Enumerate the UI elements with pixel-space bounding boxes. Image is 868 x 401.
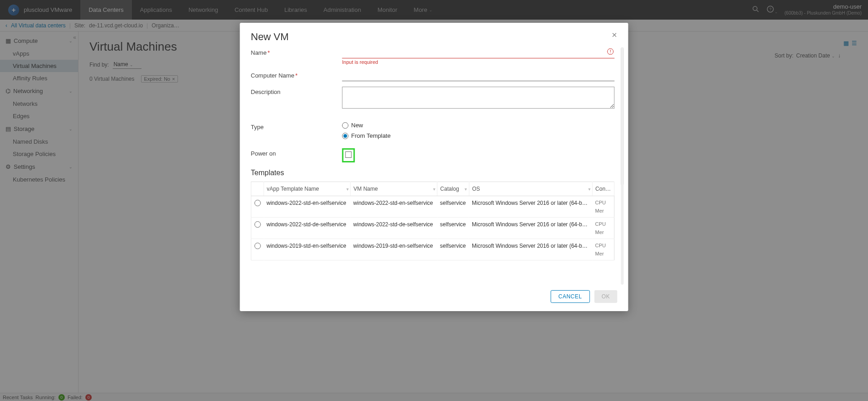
templates-table: vApp Template Name▾ VM Name▾ Catalog▾ OS… <box>251 182 615 260</box>
description-label: Description <box>251 89 281 95</box>
field-computer-name: Computer Name* <box>251 70 615 81</box>
type-label: Type <box>251 124 264 130</box>
cell-compute: CPUMer <box>592 239 614 260</box>
power-on-checkbox[interactable] <box>345 151 352 158</box>
row-radio[interactable] <box>254 200 261 206</box>
ok-button: OK <box>594 290 617 303</box>
cell-catalog: selfservice <box>437 218 469 239</box>
radio-label: New <box>351 122 363 129</box>
field-type: Type New From Template <box>251 122 615 143</box>
table-row[interactable]: windows-2019-std-en-selfservicewindows-2… <box>251 239 614 260</box>
radio-icon <box>342 122 349 129</box>
close-icon[interactable]: ✕ <box>612 31 617 39</box>
filter-icon[interactable]: ▾ <box>465 187 467 192</box>
name-input[interactable] <box>342 47 615 58</box>
cell-catalog: selfservice <box>437 196 469 218</box>
computer-name-input[interactable] <box>342 70 615 81</box>
power-on-label: Power on <box>251 150 276 157</box>
cancel-button[interactable]: CANCEL <box>550 290 590 303</box>
modal-footer: CANCEL OK <box>240 285 628 311</box>
cell-template-name: windows-2019-std-en-selfservice <box>264 239 350 260</box>
cell-os: Microsoft Windows Server 2016 or later (… <box>469 196 592 218</box>
filter-icon[interactable]: ▾ <box>588 187 591 192</box>
cell-vm-name: windows-2022-std-de-selfservice <box>350 218 437 239</box>
row-radio[interactable] <box>254 221 261 228</box>
cell-template-name: windows-2022-std-de-selfservice <box>264 218 350 239</box>
table-row[interactable]: windows-2022-std-en-selfservicewindows-2… <box>251 196 614 218</box>
modal-title: New VM <box>251 31 289 43</box>
name-label: Name <box>251 49 267 56</box>
col-os[interactable]: OS▾ <box>469 182 592 196</box>
radio-type-new[interactable]: New <box>342 122 615 129</box>
cell-os: Microsoft Windows Server 2016 or later (… <box>469 218 592 239</box>
scrollbar-thumb[interactable] <box>621 47 624 185</box>
cell-vm-name: windows-2019-std-en-selfservice <box>350 239 437 260</box>
computer-name-label: Computer Name <box>251 72 294 79</box>
col-select <box>251 182 264 196</box>
table-row[interactable]: windows-2022-std-de-selfservicewindows-2… <box>251 218 614 239</box>
cell-template-name: windows-2022-std-en-selfservice <box>264 196 350 218</box>
col-vm-name[interactable]: VM Name▾ <box>350 182 437 196</box>
field-name: Name* ! Input is required <box>251 47 615 65</box>
field-power-on: Power on <box>251 148 615 162</box>
new-vm-modal: New VM ✕ Name* ! Input is required Compu… <box>240 23 628 311</box>
power-on-highlight <box>342 148 355 162</box>
radio-icon <box>342 133 349 139</box>
description-input[interactable] <box>342 87 615 109</box>
error-icon: ! <box>607 48 614 55</box>
col-compute[interactable]: Con… <box>592 182 614 196</box>
cell-compute: CPUMer <box>592 196 614 218</box>
radio-type-template[interactable]: From Template <box>342 132 615 139</box>
name-error: Input is required <box>342 59 615 65</box>
cell-compute: CPUMer <box>592 218 614 239</box>
cell-catalog: selfservice <box>437 239 469 260</box>
field-description: Description <box>251 87 615 110</box>
cell-vm-name: windows-2022-std-en-selfservice <box>350 196 437 218</box>
modal-header: New VM ✕ <box>240 23 628 47</box>
cell-os: Microsoft Windows Server 2016 or later (… <box>469 239 592 260</box>
table-header-row: vApp Template Name▾ VM Name▾ Catalog▾ OS… <box>251 182 614 196</box>
row-radio[interactable] <box>254 243 261 249</box>
col-template-name[interactable]: vApp Template Name▾ <box>264 182 350 196</box>
required-indicator: * <box>295 72 298 79</box>
col-catalog[interactable]: Catalog▾ <box>437 182 469 196</box>
modal-body: Name* ! Input is required Computer Name*… <box>240 47 628 285</box>
filter-icon[interactable]: ▾ <box>346 187 349 192</box>
filter-icon[interactable]: ▾ <box>433 187 435 192</box>
required-indicator: * <box>267 49 270 56</box>
templates-title: Templates <box>251 169 615 177</box>
radio-label: From Template <box>351 132 391 139</box>
